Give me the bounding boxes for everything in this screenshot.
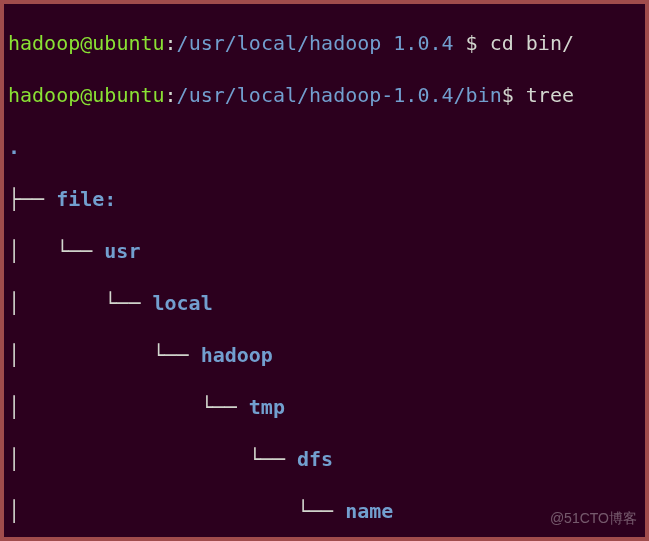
tree-row: │ └── dfs [8, 446, 641, 472]
prompt-dollar: $ [502, 83, 514, 107]
tree-branch: │ └── [8, 447, 297, 471]
prev-cmd: cd bin/ [490, 31, 574, 55]
prompt-at: @ [80, 83, 92, 107]
prompt-line: hadoop@ubuntu:/usr/local/hadoop-1.0.4/bi… [8, 82, 641, 108]
prev-at: @ [80, 31, 92, 55]
dir-file: file: [56, 187, 116, 211]
prev-path: /usr/local/hadoop 1.0.4 [177, 31, 454, 55]
prompt-host: ubuntu [92, 83, 164, 107]
tree-branch: │ └── [8, 343, 201, 367]
dir-name: name [345, 499, 393, 523]
tree-branch: │ └── [8, 395, 249, 419]
tree-row: │ └── usr [8, 238, 641, 264]
dir-local: local [153, 291, 213, 315]
tree-branch: ├── [8, 187, 56, 211]
prompt-colon: : [165, 83, 177, 107]
prompt-prev-line: hadoop@ubuntu:/usr/local/hadoop 1.0.4 $ … [8, 30, 641, 56]
terminal[interactable]: hadoop@ubuntu:/usr/local/hadoop 1.0.4 $ … [4, 4, 645, 541]
prev-colon: : [165, 31, 177, 55]
tree-row: │ └── name [8, 498, 641, 524]
dir-hadoop: hadoop [201, 343, 273, 367]
prompt-user: hadoop [8, 83, 80, 107]
dir-usr: usr [104, 239, 140, 263]
prev-host: ubuntu [92, 31, 164, 55]
prev-dollar: $ [454, 31, 490, 55]
root-dot: . [8, 135, 20, 159]
watermark: @51CTO博客 [550, 505, 637, 531]
tree-branch: │ └── [8, 291, 153, 315]
prompt-path: /usr/local/hadoop-1.0.4/bin [177, 83, 502, 107]
tree-row: │ └── hadoop [8, 342, 641, 368]
tree-row: │ └── tmp [8, 394, 641, 420]
dir-tmp: tmp [249, 395, 285, 419]
prompt-command: tree [526, 83, 574, 107]
dir-dfs: dfs [297, 447, 333, 471]
tree-row: ├── file: [8, 186, 641, 212]
tree-root: . [8, 134, 641, 160]
tree-branch: │ └── [8, 499, 345, 523]
prompt-space [514, 83, 526, 107]
prev-user: hadoop [8, 31, 80, 55]
tree-row: │ └── local [8, 290, 641, 316]
tree-branch: │ └── [8, 239, 104, 263]
